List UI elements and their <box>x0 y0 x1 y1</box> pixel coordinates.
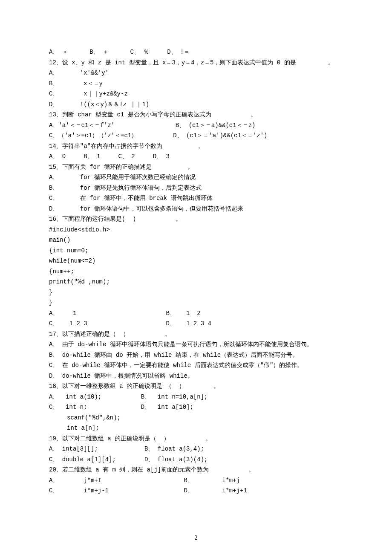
q16-code-6: } <box>49 287 343 298</box>
q17-opt-a: A、 由于 do-while 循环中循环体语句只能是一条可执行语句，所以循环体内… <box>49 339 343 350</box>
q20-row1: A、 j*m+I B、 i*m+j <box>49 475 343 486</box>
q18-row2: C、 int n; D、 int a[10]; <box>49 402 343 413</box>
q18-row4: int a[n]; <box>49 423 343 434</box>
q12-opt-c: C、 x｜｜y+z&&y-z <box>49 89 343 99</box>
q16-code-0: #include<stdio.h> <box>49 225 343 235</box>
page-number: 2 <box>0 533 392 543</box>
q18-row1: A、 int a(10); B、 int n=10,a[n]; <box>49 392 343 402</box>
q16-code-1: main() <box>49 235 343 246</box>
q15-opt-b: B、 for 循环是先执行循环体语句，后判定表达式 <box>49 183 343 194</box>
q15-stem: 15、下面有关 for 循环的正确描述是 。 <box>49 162 343 173</box>
q17-opt-b: B、 do-while 循环由 do 开始，用 while 结束，在 while… <box>49 350 343 361</box>
q17-opt-d: D、 do-while 循环中，根据情况可以省略 while。 <box>49 371 343 382</box>
q16-code-7: } <box>49 298 343 308</box>
q17-stem: 17、以下描述正确的是（ ） 。 <box>49 329 343 340</box>
q14-stem: 14、字符串"a"在内存中占据的字节个数为 。 <box>49 141 343 152</box>
q20-row2: C、 i*m+j-1 D、 i*m+j+1 <box>49 486 343 496</box>
q18-stem: 18、以下对一维整形数组 a 的正确说明是 （ ） 。 <box>49 381 343 392</box>
q18-row3: scanf("%d",&n); <box>49 413 343 423</box>
q16-code-2: {int num=0; <box>49 246 343 256</box>
q12-stem: 12、设 x、y 和 z 是 int 型变量，且 x＝3，y＝4，z＝5，则下面… <box>49 58 343 68</box>
q12-opt-a: A、 'x'&&'y' <box>49 68 343 78</box>
q15-opt-c: C、 在 for 循环中，不能用 break 语句跳出循环体 <box>49 193 343 204</box>
q16-code-3: while(num<=2) <box>49 256 343 266</box>
q14-options: A、 0 B、 1 C、 2 D、 3 <box>49 151 343 162</box>
q15-opt-d: D、 for 循环体语句中，可以包含多条语句，但要用花括号括起来 <box>49 204 343 214</box>
q19-row1: A、 inta[3][]; B、 float a(3,4); <box>49 444 343 454</box>
q13-stem: 13、判断 char 型变量 c1 是否为小写字母的正确表达式为 。 <box>49 110 343 120</box>
q20-stem: 20、若二维数组 a 有 m 列，则在 a[j]前面的元素个数为 。 <box>49 465 343 475</box>
q12-opt-b: B、 x＜＝y <box>49 78 343 89</box>
q12-opt-d: D、 !((x＜y)＆＆!z ｜｜1) <box>49 99 343 110</box>
q11-options: A、 ＜ B、 ＋ C、 ％ D、 !＝ <box>49 47 343 58</box>
q15-opt-a: A、 for 循环只能用于循环次数已经确定的情况 <box>49 172 343 183</box>
q13-row2: C、（'a'＞=c1）（'z'＜=c1） D、 (c1＞＝'a')&&(c1＜＝… <box>49 130 343 141</box>
q16-stem: 16、下面程序的运行结果是( ) 。 <box>49 214 343 225</box>
q13-row1: A、'a'＜＝c1＜＝f'z' B、 (c1＞＝a)&&(c1＜＝z) <box>49 120 343 131</box>
q16-row1: A、 1 B、 1 2 <box>49 308 343 319</box>
q16-row2: C、 1 2 3 D、 1 2 3 4 <box>49 318 343 329</box>
q17-opt-c: C、 在 do-while 循环体中，一定要有能使 while 后面表达式的值变… <box>49 360 343 371</box>
q16-code-4: {num++; <box>49 266 343 277</box>
q19-row2: C、 double a[1][4]; D、 float a(3)(4); <box>49 454 343 465</box>
q19-stem: 19、以下对二维数组 a 的正确说明是（ ） 。 <box>49 434 343 444</box>
q16-code-5: printf("%d ,num); <box>49 277 343 287</box>
